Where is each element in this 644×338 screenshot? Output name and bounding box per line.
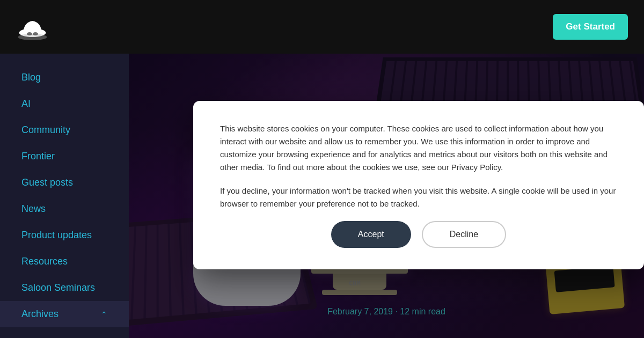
svg-point-2 [27,32,32,35]
logo-icon [16,11,48,43]
sidebar-item-saloon-seminars[interactable]: Saloon Seminars [0,275,129,301]
sidebar-item-blog[interactable]: Blog [0,64,129,91]
chevron-up-icon: ⌃ [101,310,107,319]
svg-point-3 [33,32,38,35]
main-content: CBM February 7, 2019 · 12 min read This … [129,54,644,338]
sidebar: Blog AI Community Frontier Guest posts N… [0,54,129,338]
svg-point-1 [18,34,47,40]
sidebar-item-frontier[interactable]: Frontier [0,143,129,170]
sidebar-item-guest-posts[interactable]: Guest posts [0,170,129,196]
decline-button[interactable]: Decline [422,221,506,248]
sidebar-item-news[interactable]: News [0,196,129,222]
cookie-buttons: Accept Decline [220,221,617,248]
header: Get Started [0,0,644,54]
accept-button[interactable]: Accept [331,221,411,248]
cookie-text-1: This website stores cookies on your comp… [220,122,617,174]
sidebar-item-community[interactable]: Community [0,117,129,143]
logo-area [16,11,48,43]
modal-backdrop: This website stores cookies on your comp… [129,54,644,338]
cookie-text-2: If you decline, your information won't b… [220,185,617,210]
get-started-button[interactable]: Get Started [553,14,628,40]
sidebar-item-resources[interactable]: Resources [0,248,129,275]
sidebar-item-product-updates[interactable]: Product updates [0,222,129,248]
sidebar-item-ai[interactable]: AI [0,91,129,117]
cookie-modal: This website stores cookies on your comp… [193,101,644,269]
sidebar-item-archives[interactable]: Archives ⌃ [0,301,129,327]
archives-label: Archives [21,308,58,320]
